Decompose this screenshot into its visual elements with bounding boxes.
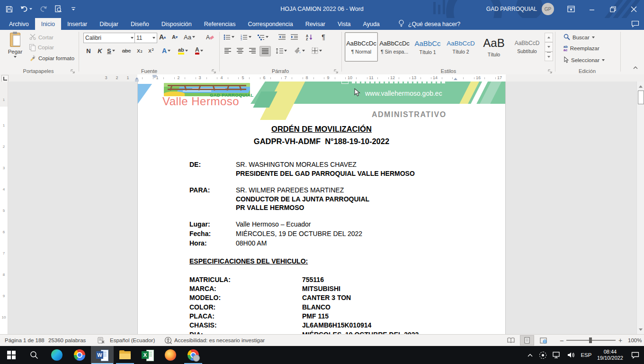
format-painter-button[interactable]: Copiar formato	[29, 55, 74, 62]
spec-label[interactable]: PLACA:	[189, 312, 215, 320]
accessibility-status[interactable]: Accesibilidad: es necesario investigar	[174, 335, 265, 346]
align-right-button[interactable]	[247, 46, 258, 55]
from-name[interactable]: SR. WASHINGTON MORALES CHAVEZ	[236, 161, 357, 168]
styles-scroll-up[interactable]	[545, 33, 553, 42]
spec-label[interactable]: CHASIS:	[189, 321, 217, 329]
styles-dialog-launcher[interactable]	[547, 67, 553, 73]
increase-indent-button[interactable]	[289, 32, 299, 42]
tab-ayuda[interactable]: Ayuda	[357, 18, 386, 30]
style-heading2[interactable]: AaBbCcD Título 2	[444, 32, 477, 62]
web-layout-button[interactable]	[536, 335, 550, 346]
zoom-in-button[interactable]: +	[618, 335, 622, 346]
language-status[interactable]: Español (Ecuador)	[110, 335, 155, 346]
clipboard-dialog-launcher[interactable]	[70, 67, 76, 73]
change-case-button[interactable]: Aa	[183, 32, 196, 42]
to-role2[interactable]: PR VALLE HERMOSO	[236, 204, 304, 211]
zoom-out-button[interactable]: −	[560, 335, 564, 346]
bullets-button[interactable]	[223, 32, 235, 42]
subscript-button[interactable]: x₂	[134, 46, 145, 55]
italic-button[interactable]: K	[95, 46, 105, 55]
spec-label[interactable]: COLOR:	[189, 303, 215, 311]
to-label[interactable]: PARA:	[189, 186, 210, 194]
spec-value[interactable]: MIÉRCOLES, 19 OCTUBRE DEL 2022	[302, 331, 419, 334]
date-value[interactable]: MIÉRCOLES, 19 DE OCTUBRE DEL 2022	[236, 230, 362, 237]
tray-expand-icon[interactable]	[524, 346, 537, 364]
spec-label[interactable]: MARCA:	[189, 285, 216, 292]
taskbar-search-icon[interactable]	[23, 346, 45, 364]
taskbar-excel-icon[interactable]: X	[136, 346, 159, 364]
font-dialog-launcher[interactable]	[211, 67, 217, 73]
tray-network-icon[interactable]	[550, 346, 564, 364]
close-button[interactable]	[623, 0, 644, 18]
zoom-slider[interactable]	[566, 335, 616, 346]
paste-button[interactable]: Pegar	[4, 32, 27, 67]
taskbar-edge-icon[interactable]	[45, 346, 68, 364]
taskbar-chrome-profile-icon[interactable]	[182, 346, 205, 364]
minimize-button[interactable]	[581, 0, 602, 18]
multilevel-list-button[interactable]	[257, 32, 269, 42]
read-mode-button[interactable]	[504, 335, 518, 346]
highlight-color-button[interactable]: ab	[177, 46, 189, 55]
font-color-button[interactable]: A	[194, 46, 204, 55]
style-normal[interactable]: AaBbCcDc ¶ Normal	[345, 32, 378, 62]
tab-referencias[interactable]: Referencias	[198, 18, 242, 30]
clear-formatting-button[interactable]: A	[205, 32, 215, 42]
doc-title-line1[interactable]: ORDÉN DE MOVILIZACIÓN	[138, 125, 505, 134]
styles-gallery-more[interactable]	[545, 52, 553, 61]
undo-dropdown-caret[interactable]	[29, 8, 32, 10]
print-layout-button[interactable]	[520, 335, 534, 346]
taskbar-chrome-icon[interactable]	[68, 346, 91, 364]
scroll-up-button[interactable]	[637, 82, 644, 90]
time-label[interactable]: Hora:	[189, 239, 207, 247]
spec-value[interactable]: PMF 115	[302, 312, 329, 320]
scroll-down-button[interactable]	[637, 326, 644, 333]
specs-heading[interactable]: ESPECIFICACIONES DEL VEHICULO:	[189, 257, 308, 265]
justify-button[interactable]	[259, 46, 271, 56]
shading-button[interactable]	[293, 46, 306, 55]
tray-language[interactable]: ESP	[578, 346, 594, 364]
from-role[interactable]: PRESIDENTE DEL GAD PARROQUIAL VALLE HERM…	[236, 170, 415, 177]
undo-icon[interactable]	[20, 5, 32, 13]
doc-title-line2[interactable]: GADPR-VH-ADMF N°188-19-10-2022	[138, 137, 505, 146]
tab-revisar[interactable]: Revisar	[299, 18, 331, 30]
scrollbar-thumb[interactable]	[638, 91, 644, 104]
word-count[interactable]: 25360 palabras	[48, 335, 86, 346]
tab-insertar[interactable]: Insertar	[61, 18, 93, 30]
document-page[interactable]: www.vallehermoso.gob.ec	[137, 82, 506, 334]
tray-clock[interactable]: 08:44 19/10/2022	[597, 346, 623, 364]
spec-label[interactable]: MODELO:	[189, 294, 221, 301]
tab-archivo[interactable]: Archivo	[3, 18, 35, 30]
print-preview-icon[interactable]	[54, 5, 63, 13]
text-effects-button[interactable]: A	[161, 46, 171, 55]
spec-value[interactable]: CANTER 3 TON	[302, 294, 351, 301]
line-spacing-button[interactable]	[275, 46, 288, 55]
numbering-button[interactable]: 123	[240, 32, 252, 42]
account-name[interactable]: GAD PARROQUIAL	[486, 6, 537, 12]
zoom-level[interactable]: 100%	[628, 335, 642, 346]
paragraph-dialog-launcher[interactable]	[333, 67, 339, 73]
tab-inicio[interactable]: Inicio	[35, 18, 61, 30]
action-center-icon[interactable]	[626, 346, 644, 364]
spec-value[interactable]: JL6AMB6H15K010914	[302, 321, 371, 329]
decrease-indent-button[interactable]	[277, 32, 287, 42]
horizontal-ruler[interactable]: 3 2 1 1 2 3 4 5 6 7 8 9 10 11 12 13 14 1…	[0, 74, 644, 82]
right-indent-marker[interactable]	[454, 78, 457, 80]
spec-value[interactable]: MITSUBISHI	[302, 285, 340, 292]
font-name-combo[interactable]: Calibri	[83, 33, 135, 43]
strikethrough-button[interactable]: abc	[121, 46, 132, 55]
ribbon-display-options-icon[interactable]	[561, 0, 581, 18]
tab-disposicion[interactable]: Disposición	[155, 18, 198, 30]
shrink-font-button[interactable]: A▾	[170, 32, 180, 42]
find-button[interactable]: Buscar	[564, 34, 595, 41]
avatar[interactable]: GP	[542, 3, 554, 15]
spec-label[interactable]: MATRICULA:	[189, 276, 231, 283]
taskbar-firefox-icon[interactable]	[159, 346, 182, 364]
taskbar-explorer-icon[interactable]	[114, 346, 136, 364]
vertical-scrollbar[interactable]	[636, 82, 644, 334]
sort-button[interactable]: AZ	[304, 32, 314, 42]
align-left-button[interactable]	[223, 46, 233, 55]
from-label[interactable]: DE:	[189, 161, 201, 168]
tab-selector[interactable]	[1, 75, 9, 82]
font-size-combo[interactable]: 11	[134, 33, 157, 43]
place-label[interactable]: Lugar:	[189, 220, 210, 228]
